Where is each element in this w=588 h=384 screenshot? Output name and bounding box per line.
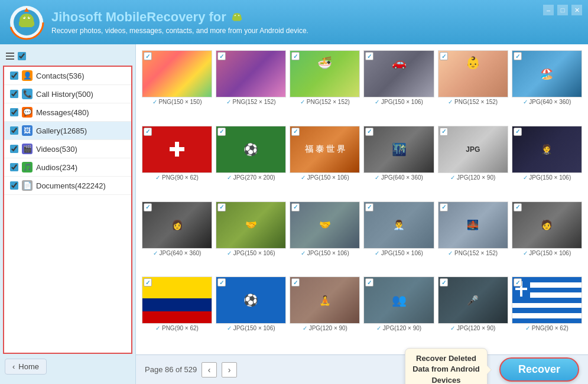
svg-rect-13 <box>233 17 241 21</box>
audios-icon: 🎵 <box>22 162 33 173</box>
gallery-item[interactable]: ✓ 👥 ✓ JPG(120 × 90) <box>363 276 434 349</box>
contacts-label: Contacts(536) <box>36 71 85 80</box>
gallery-item[interactable]: ✓ 🤝 ✓ JPG(150 × 106) <box>216 201 286 274</box>
gallery-item[interactable]: ✓ JPG ✓ JPG(120 × 90) <box>438 126 508 198</box>
thumb-label: ✓ JPG(120 × 90) <box>450 325 495 331</box>
gallery-item[interactable]: ✓ 🎤 ✓ JPG(120 × 90) <box>438 276 508 349</box>
sidebar-item-messages[interactable]: 💬 Messages(480) <box>4 103 131 122</box>
thumb-label: ✓ PNG(152 × 152) <box>226 99 276 105</box>
sidebar-bottom: ‹ Home <box>0 354 135 379</box>
home-label: Home <box>18 362 39 371</box>
thumb-label: ✓ JPG(640 × 360) <box>153 250 202 256</box>
pagination: Page 86 of 529 ‹ › <box>145 362 237 378</box>
sidebar-item-videos[interactable]: 🎬 Videos(530) <box>4 140 131 158</box>
gallery-item[interactable]: ✓ <box>512 276 582 349</box>
sidebar: 👤 Contacts(536) 📞 Call History(500) 💬 Me… <box>0 44 136 384</box>
gallery-item[interactable]: ✓ 👨‍💼 ✓ JPG(150 × 106) <box>363 201 434 274</box>
audios-label: Audios(234) <box>36 163 77 172</box>
sidebar-list: 👤 Contacts(536) 📞 Call History(500) 💬 Me… <box>3 66 132 354</box>
contacts-icon: 👤 <box>22 70 33 81</box>
gallery-item[interactable]: ✓ 🚗 ✓ JPG(150 × 106) <box>363 50 434 122</box>
documents-label: Documents(422242) <box>36 181 106 190</box>
svg-rect-3 <box>20 20 33 27</box>
thumb-label: ✓ JPG(150 × 106) <box>375 250 423 256</box>
gallery-item[interactable]: ✓ 👩 ✓ JPG(640 × 360) <box>142 201 212 274</box>
thumb-label: ✓ JPG(120 × 90) <box>303 325 347 331</box>
minimize-button[interactable]: – <box>543 5 554 15</box>
thumb-label: ✓ PNG(90 × 62) <box>155 325 199 331</box>
thumb-label: ✓ JPG(150 × 106) <box>227 325 275 331</box>
home-button[interactable]: ‹ Home <box>5 359 47 375</box>
thumb-label: ✓ JPG(150 × 106) <box>301 250 349 256</box>
svg-rect-8 <box>19 21 21 26</box>
recover-button[interactable]: Recover <box>499 357 579 382</box>
content-area: ✓ ✓ PNG(150 × 150) ✓ ✓ PNG(152 × 152) ✓ … <box>136 44 588 384</box>
thumb-label: ✓ JPG(640 × 360) <box>375 174 423 181</box>
sidebar-item-contacts[interactable]: 👤 Contacts(536) <box>4 67 131 85</box>
gallery-item[interactable]: ✓ ✓ PNG(90 × 62) <box>142 276 212 349</box>
svg-rect-18 <box>232 17 233 20</box>
close-button[interactable]: ✕ <box>571 5 582 15</box>
thumb-label: ✓ JPG(120 × 90) <box>376 325 421 331</box>
thumb-label: ✓ PNG(152 × 152) <box>448 99 498 105</box>
gallery-item[interactable]: ✓ 🧘 ✓ JPG(120 × 90) <box>290 276 360 349</box>
thumb-label: ✓ JPG(120 × 90) <box>450 174 495 181</box>
gallery-icon: 🖼 <box>22 125 33 136</box>
gallery-item[interactable]: ✓ ✓ PNG(152 × 152) <box>216 50 286 122</box>
footer-bar: Page 86 of 529 ‹ › Recover Deleted Data … <box>136 354 588 384</box>
maximize-button[interactable]: □ <box>557 5 568 15</box>
contacts-checkbox[interactable] <box>10 71 18 80</box>
main-container: 👤 Contacts(536) 📞 Call History(500) 💬 Me… <box>0 44 588 384</box>
window-controls[interactable]: – □ ✕ <box>543 5 582 15</box>
app-logo <box>9 5 44 40</box>
gallery-checkbox[interactable] <box>10 126 18 135</box>
gallery-item[interactable]: ✓ 福 泰 世 界 ✓ JPG(150 × 106) <box>290 126 360 198</box>
messages-checkbox[interactable] <box>10 108 18 116</box>
sidebar-item-documents[interactable]: 📄 Documents(422242) <box>4 177 131 195</box>
gallery-item[interactable]: ✓ ✓ PNG(90 × 62) <box>142 126 212 198</box>
gallery-item[interactable]: ✓ 🌃 ✓ JPG(640 × 360) <box>363 126 434 198</box>
gallery-item[interactable]: ✓ ⚽ ✓ JPG(270 × 200) <box>216 126 286 198</box>
messages-label: Messages(480) <box>36 108 89 117</box>
home-chevron-icon: ‹ <box>12 362 15 371</box>
thumb-label: ✓ JPG(150 × 106) <box>227 250 275 256</box>
gallery-item[interactable]: ✓ ⚽ ✓ JPG(150 × 106) <box>216 276 286 349</box>
sidebar-header <box>0 49 135 66</box>
thumb-label: ✓ PNG(90 × 62) <box>525 325 568 331</box>
videos-icon: 🎬 <box>22 144 33 154</box>
callhistory-checkbox[interactable] <box>10 90 18 98</box>
gallery-item[interactable]: ✓ 🤵 ✓ JPG(150 × 106) <box>512 126 582 198</box>
sidebar-item-callhistory[interactable]: 📞 Call History(500) <box>4 85 131 103</box>
gallery-item[interactable]: ✓ ✓ PNG(150 × 150) <box>142 50 212 122</box>
callhistory-label: Call History(500) <box>36 90 93 99</box>
gallery-item[interactable]: ✓ 👶 ✓ PNG(152 × 152) <box>438 50 508 122</box>
videos-label: Videos(530) <box>36 145 77 154</box>
app-header: Jihosoft MobileRecovery for Recover phot… <box>0 0 588 44</box>
gallery-item[interactable]: ✓ 🤝 ✓ JPG(150 × 106) <box>290 201 360 274</box>
next-page-button[interactable]: › <box>222 362 237 378</box>
select-all-checkbox[interactable] <box>18 52 26 60</box>
prev-page-button[interactable]: ‹ <box>202 362 217 378</box>
thumb-label: ✓ JPG(640 × 360) <box>523 99 571 105</box>
videos-checkbox[interactable] <box>10 145 18 153</box>
sidebar-item-audios[interactable]: 🎵 Audios(234) <box>4 158 131 177</box>
gallery-label: Gallery(12685) <box>36 126 87 135</box>
thumb-label: ✓ JPG(150 × 106) <box>523 250 571 256</box>
thumb-label: ✓ PNG(152 × 152) <box>300 99 350 105</box>
gallery-item[interactable]: ✓ 🌉 ✓ PNG(152 × 152) <box>438 201 508 274</box>
thumb-label: ✓ JPG(150 × 106) <box>301 174 349 181</box>
gallery-item[interactable]: ✓ 🏖️ ✓ JPG(640 × 360) <box>512 50 582 122</box>
thumb-label: ✓ JPG(150 × 106) <box>375 99 423 105</box>
callhistory-icon: 📞 <box>22 89 33 99</box>
documents-checkbox[interactable] <box>10 181 18 190</box>
gallery-item[interactable]: ✓ 🧑 ✓ JPG(150 × 106) <box>512 201 582 274</box>
thumb-label: ✓ PNG(150 × 150) <box>152 99 202 105</box>
gallery-item[interactable]: ✓ 🍜 ✓ PNG(152 × 152) <box>290 50 360 122</box>
audios-checkbox[interactable] <box>10 163 18 171</box>
sidebar-item-gallery[interactable]: 🖼 Gallery(12685) <box>4 122 131 140</box>
thumb-label: ✓ JPG(150 × 106) <box>523 174 571 181</box>
hamburger-menu[interactable] <box>5 51 15 61</box>
svg-rect-9 <box>32 21 34 26</box>
thumb-label: ✓ PNG(90 × 62) <box>155 174 199 181</box>
app-title: Jihosoft MobileRecovery for <box>51 9 308 25</box>
